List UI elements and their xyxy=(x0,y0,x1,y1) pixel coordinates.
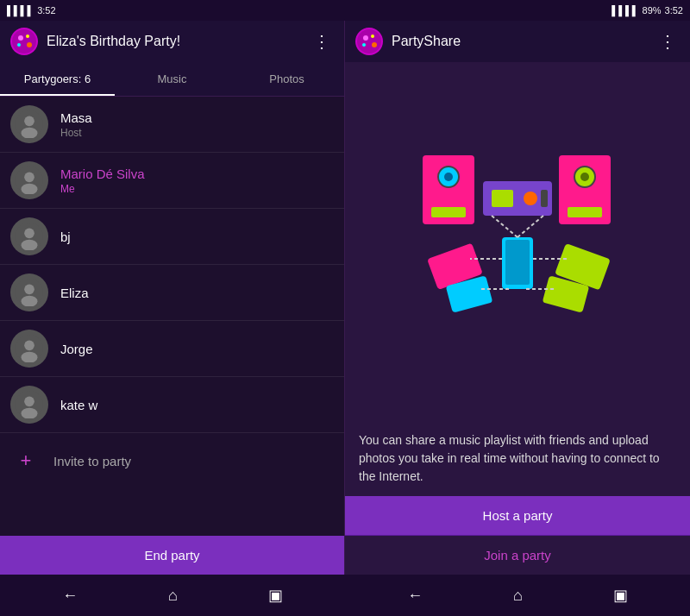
party-illustration-area xyxy=(345,62,690,421)
right-header: PartyShare ⋮ xyxy=(345,21,690,62)
status-bar-left-time: 3:52 xyxy=(37,5,55,16)
list-item: Mario Dé Silva Me xyxy=(0,153,344,209)
svg-line-46 xyxy=(492,216,518,237)
avatar xyxy=(10,273,48,311)
left-panel: Eliza's Birthday Party! ⋮ Partygoers: 6 … xyxy=(0,21,345,575)
list-item: Masa Host xyxy=(0,97,344,153)
left-more-button[interactable]: ⋮ xyxy=(310,28,334,55)
tab-music[interactable]: Music xyxy=(115,62,229,96)
party-icon-right xyxy=(355,28,383,55)
left-nav-section: ← ⌂ ▣ xyxy=(0,575,345,616)
svg-rect-37 xyxy=(492,190,513,207)
svg-point-4 xyxy=(27,42,32,47)
avatar xyxy=(10,330,48,368)
list-item-info: Masa Host xyxy=(60,110,92,139)
left-header: Eliza's Birthday Party! ⋮ xyxy=(0,21,344,62)
svg-rect-39 xyxy=(541,190,548,207)
host-party-button[interactable]: Host a party xyxy=(345,496,690,536)
avatar xyxy=(10,386,48,424)
svg-point-38 xyxy=(524,192,537,205)
tab-partygoers[interactable]: Partygoers: 6 xyxy=(0,62,115,96)
party-illustration-svg xyxy=(405,147,630,336)
list-item: Eliza xyxy=(0,265,344,321)
party-icon-left xyxy=(10,28,38,55)
tabs-bar: Partygoers: 6 Music Photos xyxy=(0,62,344,97)
list-item-info: Mario Dé Silva Me xyxy=(60,167,145,195)
svg-point-23 xyxy=(357,29,381,53)
status-bar-right: ▌▌▌▌ 89% 3:52 xyxy=(345,0,690,21)
status-bar-left: ▌▌▌▌ 3:52 xyxy=(0,0,345,21)
member-name-highlight: Mario Dé Silva xyxy=(60,167,145,181)
list-item-info: Eliza xyxy=(60,286,89,300)
member-name: kate w xyxy=(60,398,97,412)
svg-point-21 xyxy=(24,397,34,407)
svg-rect-41 xyxy=(505,240,530,285)
member-sub-me: Me xyxy=(60,183,145,195)
status-bar-right-signal: ▌▌▌▌ xyxy=(612,5,638,16)
main-content: Eliza's Birthday Party! ⋮ Partygoers: 6 … xyxy=(0,21,690,575)
svg-point-12 xyxy=(24,229,34,239)
navigation-bar: ← ⌂ ▣ ← ⌂ ▣ xyxy=(0,575,690,616)
member-name: Jorge xyxy=(60,342,93,356)
svg-rect-31 xyxy=(431,207,466,217)
left-back-button[interactable]: ← xyxy=(62,587,78,605)
action-buttons: Host a party Join a party xyxy=(345,496,690,575)
right-more-button[interactable]: ⋮ xyxy=(656,28,680,55)
plus-icon: + xyxy=(10,445,41,476)
left-home-button[interactable]: ⌂ xyxy=(168,587,178,605)
right-home-button[interactable]: ⌂ xyxy=(513,587,523,605)
list-item-info: bj xyxy=(60,229,71,244)
avatar xyxy=(10,217,48,255)
status-bar: ▌▌▌▌ 3:52 ▌▌▌▌ 89% 3:52 xyxy=(0,0,690,21)
svg-point-0 xyxy=(12,29,36,53)
left-header-title: Eliza's Birthday Party! xyxy=(47,34,310,49)
party-description: You can share a music playlist with frie… xyxy=(345,421,690,496)
svg-line-47 xyxy=(518,216,543,237)
tab-photos[interactable]: Photos xyxy=(229,62,344,96)
left-recents-button[interactable]: ▣ xyxy=(268,586,283,605)
avatar xyxy=(10,161,48,199)
svg-point-34 xyxy=(580,173,589,181)
list-item-info: Jorge xyxy=(60,342,93,356)
right-back-button[interactable]: ← xyxy=(407,587,423,605)
status-bar-left-signal: ▌▌▌▌ xyxy=(7,5,34,16)
list-item: bj xyxy=(0,209,344,265)
svg-point-26 xyxy=(362,43,366,47)
partygoers-list: Masa Host Mario Dé Silva Me xyxy=(0,97,344,536)
svg-point-15 xyxy=(24,285,34,295)
avatar xyxy=(10,105,48,143)
svg-point-24 xyxy=(363,35,368,41)
svg-point-27 xyxy=(372,42,377,47)
svg-point-2 xyxy=(26,35,29,38)
right-nav-section: ← ⌂ ▣ xyxy=(345,575,690,616)
svg-rect-35 xyxy=(568,207,602,217)
svg-point-25 xyxy=(371,35,374,38)
svg-point-1 xyxy=(18,35,23,41)
member-name: Masa xyxy=(60,110,92,125)
list-item: Jorge xyxy=(0,321,344,377)
svg-point-6 xyxy=(24,116,34,127)
right-panel: PartyShare ⋮ xyxy=(345,21,690,575)
list-item: kate w xyxy=(0,377,344,433)
member-name: Eliza xyxy=(60,286,89,300)
end-party-button[interactable]: End party xyxy=(0,536,344,575)
list-item-info: kate w xyxy=(60,398,97,412)
right-recents-button[interactable]: ▣ xyxy=(613,586,628,605)
svg-point-9 xyxy=(24,173,34,183)
status-bar-right-battery: 89% xyxy=(643,5,662,16)
svg-point-3 xyxy=(17,43,21,47)
member-sub: Host xyxy=(60,127,92,139)
status-bar-right-time: 3:52 xyxy=(665,5,683,16)
invite-row[interactable]: + Invite to party xyxy=(0,433,344,488)
svg-point-30 xyxy=(444,173,453,181)
invite-label: Invite to party xyxy=(53,454,131,468)
svg-point-18 xyxy=(24,341,34,351)
join-party-button[interactable]: Join a party xyxy=(345,536,690,575)
right-header-title: PartyShare xyxy=(392,34,656,49)
member-name: bj xyxy=(60,229,71,244)
